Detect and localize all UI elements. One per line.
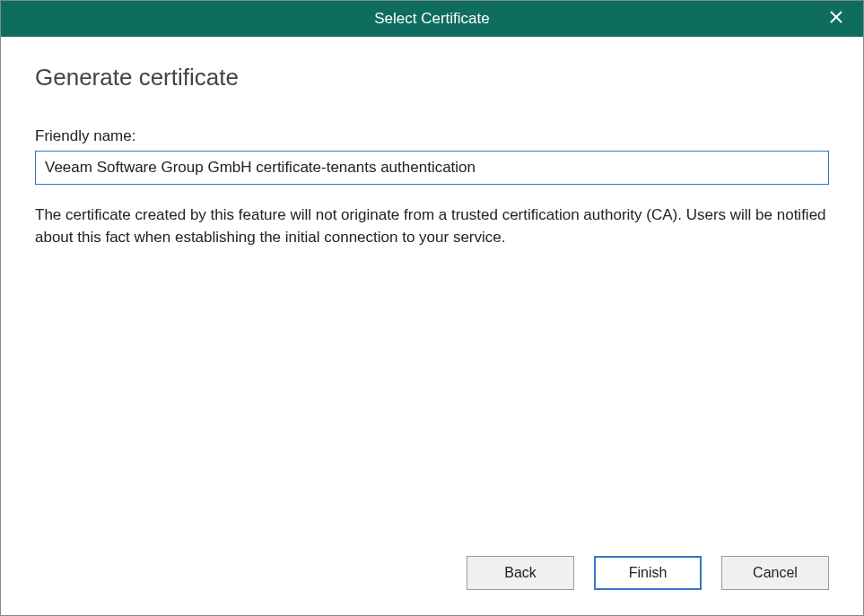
titlebar: Select Certificate bbox=[1, 1, 863, 37]
friendly-name-input[interactable] bbox=[35, 151, 829, 185]
page-heading: Generate certificate bbox=[35, 64, 829, 91]
select-certificate-dialog: Select Certificate Generate certificate … bbox=[0, 0, 864, 616]
certificate-description: The certificate created by this feature … bbox=[35, 204, 829, 248]
friendly-name-label: Friendly name: bbox=[35, 127, 829, 145]
close-icon bbox=[829, 10, 843, 28]
cancel-button[interactable]: Cancel bbox=[721, 556, 829, 590]
dialog-content: Generate certificate Friendly name: The … bbox=[1, 37, 863, 540]
button-bar: Back Finish Cancel bbox=[1, 540, 863, 615]
dialog-title: Select Certificate bbox=[1, 10, 863, 28]
finish-button[interactable]: Finish bbox=[594, 556, 702, 590]
close-button[interactable] bbox=[818, 1, 854, 37]
back-button[interactable]: Back bbox=[467, 556, 574, 590]
